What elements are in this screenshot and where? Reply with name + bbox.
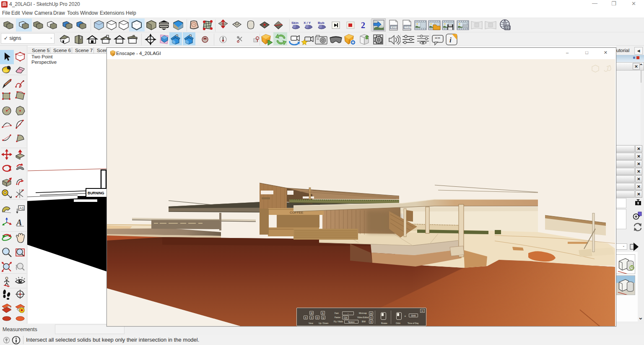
svg-text:BURNING: BURNING <box>88 191 104 195</box>
svg-text:WEB: WEB <box>404 26 412 29</box>
svg-text:i: i <box>449 36 452 44</box>
svg-text:Skin: Skin <box>291 21 299 25</box>
svg-text:EXE: EXE <box>391 26 397 29</box>
svg-text:A: A <box>16 218 22 227</box>
svg-text:X / Y: X / Y <box>304 21 311 25</box>
svg-text:A1: A1 <box>19 206 24 210</box>
svg-text:Bub: Bub <box>318 21 325 25</box>
svg-text:“”: “” <box>435 36 440 42</box>
svg-text:2: 2 <box>361 21 365 30</box>
svg-text:3: 3 <box>21 189 23 192</box>
svg-text:C: C <box>149 37 151 39</box>
